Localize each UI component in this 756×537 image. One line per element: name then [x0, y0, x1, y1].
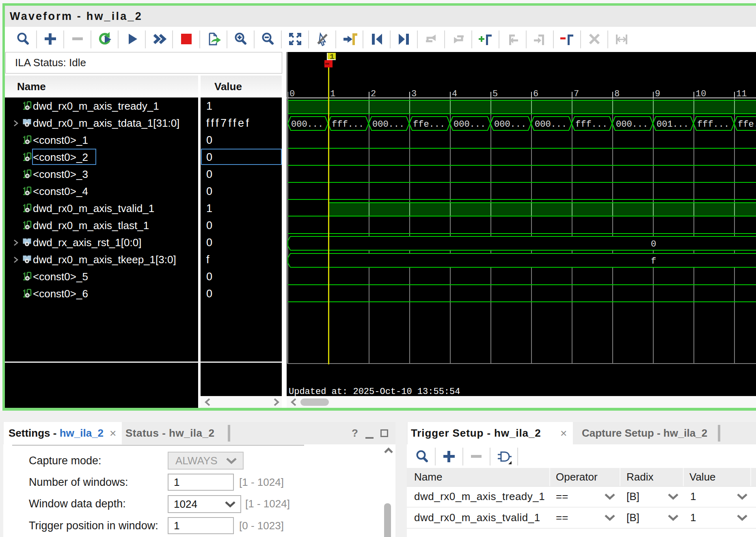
svg-text:000...: 000...	[616, 119, 648, 130]
svg-text:000...: 000...	[494, 119, 526, 130]
svg-text:2: 2	[371, 89, 376, 99]
svg-text:001...: 001...	[657, 119, 689, 130]
svg-text:6: 6	[533, 89, 538, 99]
svg-text:0: 0	[651, 239, 656, 249]
svg-text:8: 8	[614, 89, 620, 99]
svg-text:7: 7	[574, 89, 579, 99]
svg-text:1: 1	[330, 52, 334, 61]
svg-text:fff...: fff...	[332, 119, 364, 130]
svg-text:9: 9	[655, 89, 660, 99]
svg-text:fff...: fff...	[697, 119, 729, 130]
svg-text:000...: 000...	[372, 119, 404, 130]
svg-text:000...: 000...	[291, 119, 323, 130]
svg-text:Updated at: 2025-Oct-10 13:55:: Updated at: 2025-Oct-10 13:55:54	[289, 387, 460, 397]
svg-text:11: 11	[736, 89, 747, 99]
svg-text:10: 10	[696, 89, 706, 99]
svg-text:5: 5	[492, 89, 498, 99]
svg-text:f: f	[651, 256, 656, 266]
svg-text:4: 4	[452, 89, 457, 99]
svg-text:3: 3	[411, 89, 417, 99]
svg-text:ffe...: ffe...	[413, 119, 445, 130]
svg-text:fff...: fff...	[575, 119, 607, 130]
svg-text:1: 1	[330, 89, 335, 99]
svg-text:ffe...: ffe...	[738, 119, 756, 130]
svg-text:0: 0	[289, 89, 295, 99]
svg-text:000...: 000...	[535, 119, 567, 130]
svg-text:000...: 000...	[454, 119, 486, 130]
